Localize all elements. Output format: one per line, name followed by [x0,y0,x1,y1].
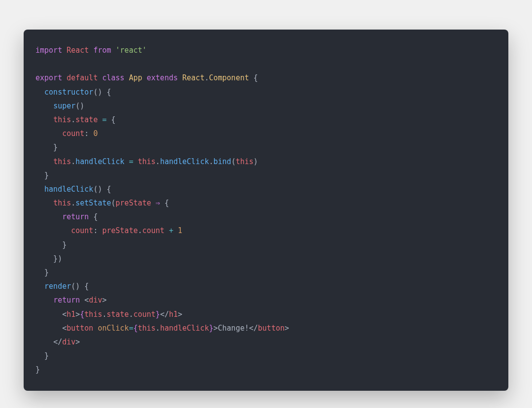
code-token: } [35,143,58,152]
code-token: state [107,310,129,319]
code-token [35,338,53,346]
code-token: } [35,240,66,249]
code-token: > [75,310,80,319]
code-token: App [129,73,142,82]
code-token [173,226,178,235]
code-token [178,73,182,82]
code-token: 0 [93,129,98,138]
code-token [35,212,62,221]
code-token: . [156,324,160,333]
code-token: this [84,310,102,319]
code-token: onClick [98,324,129,333]
code-token: } [35,365,40,374]
code-token [62,46,66,55]
code-token [35,157,53,166]
code-token [151,199,156,207]
code-token [125,73,129,82]
code-line: import React from 'react' [35,43,497,57]
code-token: h1 [66,310,75,319]
code-token: { [89,212,98,221]
code-token: super [53,102,75,110]
code-token [80,296,84,305]
code-line: return <div> [35,293,497,307]
code-token [35,88,44,97]
code-token: import [35,46,62,55]
code-token: = [129,324,133,333]
code-token [142,73,147,82]
code-token: handleClick [160,157,209,166]
code-token: > [285,324,289,333]
code-block: import React from 'react' export default… [24,30,508,391]
code-line: } [35,363,497,376]
code-token: } [156,310,160,319]
code-token: from [93,46,111,55]
code-token: preState [116,199,151,207]
code-line: } [35,238,497,252]
code-token [111,46,116,55]
code-line: export default class App extends React.C… [35,71,497,85]
code-token [35,296,53,305]
code-token: = [102,115,106,124]
code-line: } [35,169,497,182]
code-token: } [35,268,49,277]
code-token: this [138,157,156,166]
code-token: export [35,73,62,82]
code-line: <h1>{this.state.count}</h1> [35,307,497,321]
code-token: . [209,157,213,166]
code-token [62,73,66,82]
code-token [35,226,71,235]
code-token: . [71,157,75,166]
code-token: extends [147,73,178,82]
code-token: button [66,324,93,333]
code-token: ⇒ [156,199,160,207]
code-token: class [102,73,124,82]
code-line: } [35,140,497,154]
code-token: 'react' [116,46,147,55]
code-token: h1 [169,310,178,319]
code-line: this.handleClick = this.handleClick.bind… [35,155,497,169]
code-line: handleClick() { [35,182,497,196]
code-token: </ [53,338,62,346]
code-line: super() [35,99,497,113]
code-line: this.state = { [35,113,497,127]
code-token: div [89,296,102,305]
code-token: () [75,102,84,110]
code-token: > [178,310,182,319]
code-token: </ [160,310,169,319]
code-line: } [35,266,497,279]
code-token: handleClick [44,185,93,194]
code-token [35,102,53,110]
code-token: . [138,226,142,235]
code-line: this.setState(preState ⇒ { [35,196,497,210]
code-token: button [258,324,285,333]
code-token: }) [35,254,62,263]
code-token: this [53,157,71,166]
code-token: this [53,115,71,124]
code-token: ) [254,157,258,166]
code-token: } [35,171,49,180]
code-token: count [71,226,93,235]
code-line: return { [35,210,497,224]
code-token: . [204,73,209,82]
code-token: React [66,46,89,55]
code-token: this [138,324,156,333]
code-token [35,185,44,194]
code-token [35,310,62,319]
code-token [35,129,62,138]
code-token: Change! [218,324,249,333]
code-token: . [156,157,160,166]
code-token: return [53,296,80,305]
code-token: count [62,129,84,138]
code-line: } [35,349,497,363]
code-token: div [62,338,75,346]
code-token: bind [213,157,231,166]
code-line: count: preState.count + 1 [35,224,497,238]
code-line: }) [35,252,497,266]
code-token: < [62,324,66,333]
code-token [35,115,53,124]
code-token: this [53,199,71,207]
code-line: render() { [35,279,497,293]
code-token: render [44,282,71,291]
code-token: { [80,310,84,319]
code-token: { [107,115,116,124]
